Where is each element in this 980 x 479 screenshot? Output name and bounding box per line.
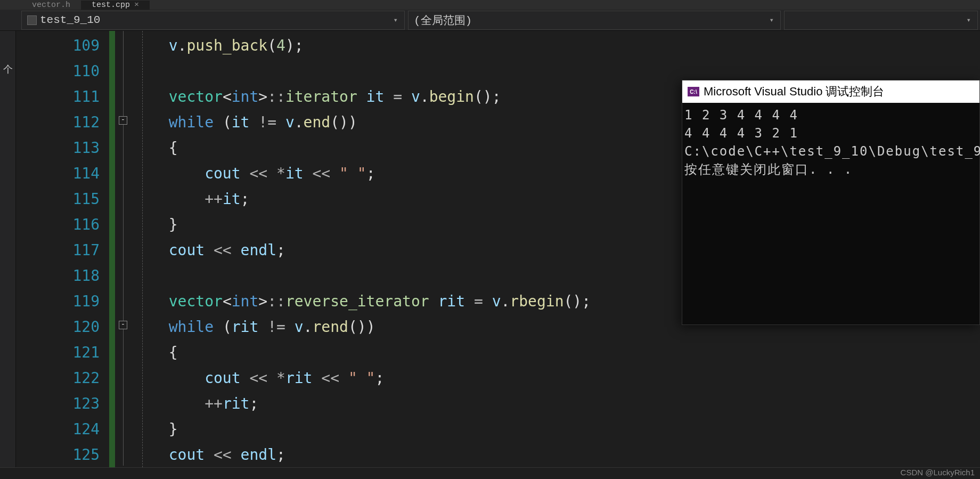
line-number: 110 <box>16 59 100 84</box>
code-line: v.push_back(4); <box>151 33 980 59</box>
line-number: 118 <box>16 263 100 289</box>
line-number: 119 <box>16 289 100 314</box>
chevron-down-icon: ▾ <box>770 15 774 25</box>
line-number: 112 <box>16 110 100 135</box>
line-number: 109 <box>16 33 100 59</box>
console-line: C:\code\C++\test_9_10\Debug\test_9_ <box>684 142 977 160</box>
project-icon <box>27 15 37 25</box>
line-number: 121 <box>16 340 100 366</box>
indent-guide-strip <box>141 31 151 467</box>
sidebar-text: 个 <box>3 64 13 75</box>
scope-label: (全局范围) <box>414 13 472 28</box>
console-line: 4 4 4 4 3 2 1 <box>684 124 977 142</box>
line-gutter: 109 110 111 112 113 114 115 116 117 118 … <box>16 31 109 467</box>
fold-guide <box>123 31 124 466</box>
indent-guide <box>142 31 143 467</box>
sidebar-stub: 个 <box>0 31 16 479</box>
line-number: 114 <box>16 161 100 186</box>
line-number: 125 <box>16 442 100 467</box>
tab-label: test.cpp <box>92 1 130 10</box>
line-number: 117 <box>16 238 100 263</box>
code-line: } <box>151 417 980 442</box>
line-number: 113 <box>16 135 100 161</box>
line-number: 124 <box>16 417 100 442</box>
member-dropdown[interactable]: ▾ <box>784 11 978 30</box>
tab-label: vector.h <box>32 1 70 10</box>
console-titlebar[interactable]: C:\ Microsoft Visual Studio 调试控制台 <box>682 80 979 103</box>
code-line: { <box>151 340 980 366</box>
target-dropdown[interactable]: test_9_10 ▾ <box>21 11 405 30</box>
file-tabs: vector.h test.cpp × <box>0 0 980 10</box>
close-icon[interactable]: × <box>134 1 139 10</box>
file-tab-inactive[interactable]: vector.h <box>21 1 81 10</box>
debug-console-window[interactable]: C:\ Microsoft Visual Studio 调试控制台 1 2 3 … <box>682 80 980 325</box>
watermark: CSDN @LuckyRich1 <box>901 468 975 477</box>
target-label: test_9_10 <box>40 14 100 26</box>
line-number: 120 <box>16 314 100 340</box>
file-tab-active[interactable]: test.cpp × <box>81 1 150 10</box>
code-line: cout << *rit << " "; <box>151 366 980 391</box>
navbar: test_9_10 ▾ (全局范围) ▾ ▾ <box>0 10 980 31</box>
chevron-down-icon: ▾ <box>394 15 398 25</box>
console-line: 1 2 3 4 4 4 4 <box>684 106 977 124</box>
code-line: ++rit; <box>151 391 980 417</box>
change-margin <box>109 31 116 467</box>
chevron-down-icon: ▾ <box>967 15 971 25</box>
fold-toggle-icon[interactable]: - <box>119 321 127 329</box>
line-number: 115 <box>16 186 100 212</box>
code-line: cout << endl; <box>151 442 980 467</box>
fold-toggle-icon[interactable]: - <box>119 116 127 125</box>
line-number: 111 <box>16 84 100 110</box>
line-number: 122 <box>16 366 100 391</box>
line-number: 123 <box>16 391 100 417</box>
console-line: 按任意键关闭此窗口. . . <box>684 160 977 178</box>
vs-icon: C:\ <box>688 87 699 96</box>
console-title-text: Microsoft Visual Studio 调试控制台 <box>704 84 884 100</box>
scope-dropdown[interactable]: (全局范围) ▾ <box>408 11 781 30</box>
statusbar <box>0 467 980 479</box>
line-number: 116 <box>16 212 100 238</box>
fold-margin: - - <box>116 31 141 467</box>
console-output: 1 2 3 4 4 4 44 4 4 4 3 2 1C:\code\C++\te… <box>682 103 979 182</box>
